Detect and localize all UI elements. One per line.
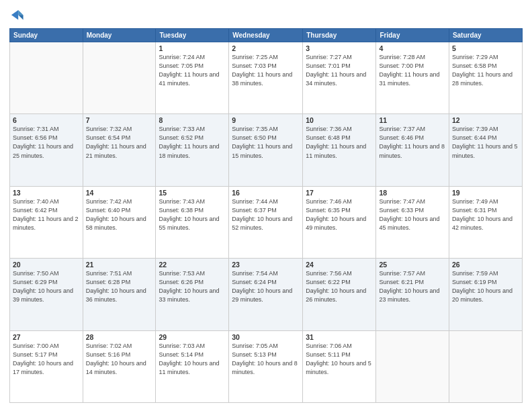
col-wednesday: Wednesday bbox=[229, 29, 303, 42]
calendar-cell: 27Sunrise: 7:00 AM Sunset: 5:17 PM Dayli… bbox=[10, 330, 83, 402]
calendar-cell: 30Sunrise: 7:05 AM Sunset: 5:13 PM Dayli… bbox=[229, 330, 303, 402]
col-thursday: Thursday bbox=[303, 29, 376, 42]
svg-marker-0 bbox=[18, 10, 23, 15]
day-info: Sunrise: 7:43 AM Sunset: 6:38 PM Dayligh… bbox=[159, 197, 226, 232]
calendar-cell: 20Sunrise: 7:50 AM Sunset: 6:29 PM Dayli… bbox=[10, 259, 83, 330]
day-number: 23 bbox=[232, 261, 300, 269]
svg-marker-1 bbox=[18, 15, 23, 19]
calendar-cell: 4Sunrise: 7:28 AM Sunset: 7:00 PM Daylig… bbox=[376, 42, 449, 114]
col-saturday: Saturday bbox=[449, 29, 522, 42]
day-number: 10 bbox=[306, 116, 373, 124]
day-number: 28 bbox=[86, 333, 153, 341]
day-info: Sunrise: 7:59 AM Sunset: 6:19 PM Dayligh… bbox=[452, 269, 519, 304]
day-number: 1 bbox=[159, 44, 226, 52]
day-number: 11 bbox=[379, 116, 445, 124]
day-number: 19 bbox=[452, 189, 519, 197]
calendar-cell: 11Sunrise: 7:37 AM Sunset: 6:46 PM Dayli… bbox=[376, 114, 449, 186]
day-info: Sunrise: 7:05 AM Sunset: 5:13 PM Dayligh… bbox=[232, 342, 300, 377]
calendar-cell: 12Sunrise: 7:39 AM Sunset: 6:44 PM Dayli… bbox=[449, 114, 522, 186]
calendar-cell: 8Sunrise: 7:33 AM Sunset: 6:52 PM Daylig… bbox=[156, 114, 229, 186]
day-number: 12 bbox=[452, 116, 519, 124]
day-info: Sunrise: 7:53 AM Sunset: 6:26 PM Dayligh… bbox=[159, 269, 226, 304]
calendar-cell: 28Sunrise: 7:02 AM Sunset: 5:16 PM Dayli… bbox=[83, 330, 156, 402]
day-info: Sunrise: 7:39 AM Sunset: 6:44 PM Dayligh… bbox=[452, 125, 519, 160]
day-number: 6 bbox=[13, 116, 80, 124]
day-info: Sunrise: 7:28 AM Sunset: 7:00 PM Dayligh… bbox=[379, 53, 445, 88]
day-number: 27 bbox=[13, 333, 80, 341]
calendar-cell: 23Sunrise: 7:54 AM Sunset: 6:24 PM Dayli… bbox=[229, 259, 303, 330]
day-number: 2 bbox=[232, 44, 300, 52]
day-info: Sunrise: 7:36 AM Sunset: 6:48 PM Dayligh… bbox=[306, 125, 373, 160]
calendar-cell: 19Sunrise: 7:49 AM Sunset: 6:31 PM Dayli… bbox=[449, 186, 522, 258]
calendar-cell: 7Sunrise: 7:32 AM Sunset: 6:54 PM Daylig… bbox=[83, 114, 156, 186]
calendar-cell: 16Sunrise: 7:44 AM Sunset: 6:37 PM Dayli… bbox=[229, 186, 303, 258]
header bbox=[9, 8, 523, 23]
day-info: Sunrise: 7:02 AM Sunset: 5:16 PM Dayligh… bbox=[86, 342, 153, 377]
calendar-cell: 21Sunrise: 7:51 AM Sunset: 6:28 PM Dayli… bbox=[83, 259, 156, 330]
day-number: 25 bbox=[379, 261, 445, 269]
day-info: Sunrise: 7:00 AM Sunset: 5:17 PM Dayligh… bbox=[13, 342, 80, 377]
day-info: Sunrise: 7:06 AM Sunset: 5:11 PM Dayligh… bbox=[306, 342, 373, 377]
day-number: 9 bbox=[232, 116, 300, 124]
day-info: Sunrise: 7:51 AM Sunset: 6:28 PM Dayligh… bbox=[86, 269, 153, 304]
day-number: 4 bbox=[379, 44, 445, 52]
day-info: Sunrise: 7:56 AM Sunset: 6:22 PM Dayligh… bbox=[306, 269, 373, 304]
day-info: Sunrise: 7:47 AM Sunset: 6:33 PM Dayligh… bbox=[379, 197, 445, 232]
calendar-cell bbox=[10, 42, 83, 114]
day-info: Sunrise: 7:46 AM Sunset: 6:35 PM Dayligh… bbox=[306, 197, 373, 232]
day-info: Sunrise: 7:54 AM Sunset: 6:24 PM Dayligh… bbox=[232, 269, 300, 304]
calendar-cell: 15Sunrise: 7:43 AM Sunset: 6:38 PM Dayli… bbox=[156, 186, 229, 258]
calendar-cell: 17Sunrise: 7:46 AM Sunset: 6:35 PM Dayli… bbox=[303, 186, 376, 258]
calendar-cell: 1Sunrise: 7:24 AM Sunset: 7:05 PM Daylig… bbox=[156, 42, 229, 114]
calendar-cell: 24Sunrise: 7:56 AM Sunset: 6:22 PM Dayli… bbox=[303, 259, 376, 330]
day-info: Sunrise: 7:49 AM Sunset: 6:31 PM Dayligh… bbox=[452, 197, 519, 232]
calendar-cell: 29Sunrise: 7:03 AM Sunset: 5:14 PM Dayli… bbox=[156, 330, 229, 402]
logo-icon bbox=[9, 8, 24, 23]
day-info: Sunrise: 7:35 AM Sunset: 6:50 PM Dayligh… bbox=[232, 125, 300, 160]
day-number: 29 bbox=[159, 333, 226, 341]
day-info: Sunrise: 7:37 AM Sunset: 6:46 PM Dayligh… bbox=[379, 125, 445, 160]
calendar-cell: 25Sunrise: 7:57 AM Sunset: 6:21 PM Dayli… bbox=[376, 259, 449, 330]
day-number: 18 bbox=[379, 189, 445, 197]
day-number: 20 bbox=[13, 261, 80, 269]
day-info: Sunrise: 7:42 AM Sunset: 6:40 PM Dayligh… bbox=[86, 197, 153, 232]
day-info: Sunrise: 7:44 AM Sunset: 6:37 PM Dayligh… bbox=[232, 197, 300, 232]
day-number: 3 bbox=[306, 44, 373, 52]
calendar-cell: 31Sunrise: 7:06 AM Sunset: 5:11 PM Dayli… bbox=[303, 330, 376, 402]
calendar-cell: 22Sunrise: 7:53 AM Sunset: 6:26 PM Dayli… bbox=[156, 259, 229, 330]
col-friday: Friday bbox=[376, 29, 449, 42]
calendar-cell: 13Sunrise: 7:40 AM Sunset: 6:42 PM Dayli… bbox=[10, 186, 83, 258]
day-info: Sunrise: 7:33 AM Sunset: 6:52 PM Dayligh… bbox=[159, 125, 226, 160]
logo bbox=[9, 8, 27, 23]
calendar-week-3: 13Sunrise: 7:40 AM Sunset: 6:42 PM Dayli… bbox=[10, 186, 523, 258]
day-number: 22 bbox=[159, 261, 226, 269]
day-info: Sunrise: 7:03 AM Sunset: 5:14 PM Dayligh… bbox=[159, 342, 226, 377]
day-number: 24 bbox=[306, 261, 373, 269]
day-number: 15 bbox=[159, 189, 226, 197]
col-sunday: Sunday bbox=[10, 29, 83, 42]
calendar-cell: 10Sunrise: 7:36 AM Sunset: 6:48 PM Dayli… bbox=[303, 114, 376, 186]
calendar-week-5: 27Sunrise: 7:00 AM Sunset: 5:17 PM Dayli… bbox=[10, 330, 523, 402]
day-info: Sunrise: 7:25 AM Sunset: 7:03 PM Dayligh… bbox=[232, 53, 300, 88]
calendar-cell bbox=[83, 42, 156, 114]
col-monday: Monday bbox=[83, 29, 156, 42]
day-info: Sunrise: 7:24 AM Sunset: 7:05 PM Dayligh… bbox=[159, 53, 226, 88]
calendar-week-4: 20Sunrise: 7:50 AM Sunset: 6:29 PM Dayli… bbox=[10, 259, 523, 330]
calendar-week-2: 6Sunrise: 7:31 AM Sunset: 6:56 PM Daylig… bbox=[10, 114, 523, 186]
calendar-cell: 18Sunrise: 7:47 AM Sunset: 6:33 PM Dayli… bbox=[376, 186, 449, 258]
calendar-table: Sunday Monday Tuesday Wednesday Thursday… bbox=[9, 28, 523, 403]
day-number: 30 bbox=[232, 333, 300, 341]
day-number: 7 bbox=[86, 116, 153, 124]
svg-marker-2 bbox=[11, 10, 18, 20]
calendar-cell bbox=[449, 330, 522, 402]
calendar-cell: 2Sunrise: 7:25 AM Sunset: 7:03 PM Daylig… bbox=[229, 42, 303, 114]
day-number: 31 bbox=[306, 333, 373, 341]
day-info: Sunrise: 7:50 AM Sunset: 6:29 PM Dayligh… bbox=[13, 269, 80, 304]
day-info: Sunrise: 7:57 AM Sunset: 6:21 PM Dayligh… bbox=[379, 269, 445, 304]
day-info: Sunrise: 7:31 AM Sunset: 6:56 PM Dayligh… bbox=[13, 125, 80, 160]
day-number: 16 bbox=[232, 189, 300, 197]
calendar-cell: 3Sunrise: 7:27 AM Sunset: 7:01 PM Daylig… bbox=[303, 42, 376, 114]
day-number: 17 bbox=[306, 189, 373, 197]
day-number: 8 bbox=[159, 116, 226, 124]
day-number: 14 bbox=[86, 189, 153, 197]
